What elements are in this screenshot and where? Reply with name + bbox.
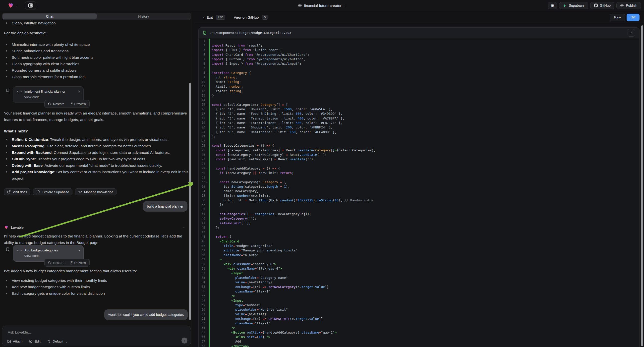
list-item: Clean, intuitive navigation [4, 20, 189, 26]
attach-button[interactable]: Attach [7, 340, 22, 343]
diff-toggle-button[interactable]: Diff [626, 14, 640, 21]
assistant-intro-paragraph: I'll help you add budget categories to t… [4, 233, 189, 246]
send-button[interactable]: ↑ [182, 338, 188, 344]
code-line: 18 { id: '3', name: 'Transportation', li… [199, 116, 639, 120]
chat-composer[interactable]: Ask Lovable... Attach Edit [2, 326, 191, 346]
restore-preview-bar: Restore Preview [44, 259, 90, 266]
chevron-left-icon: ‹ [203, 15, 204, 20]
file-diff-card: src/components/budget/BudgetCategories.t… [198, 28, 640, 347]
visit-docs-button[interactable]: Visit docs [4, 188, 30, 196]
code-line: 37 }; [199, 202, 639, 207]
collapse-file-button[interactable]: ^ [628, 29, 635, 36]
lovable-logo-heart-icon[interactable] [8, 2, 14, 8]
chat-panel: Chat History Clean, intuitive navigation… [0, 11, 193, 347]
raw-toggle-button[interactable]: Raw [610, 14, 625, 21]
github-button[interactable]: GitHub [590, 2, 615, 9]
code-line: 60 placeholder="Monthly limit" [199, 308, 639, 312]
code-line: 29⌄ const handleAddCategory = () => { [199, 166, 639, 170]
list-item: Glass-morphic elements for a premium fee… [4, 74, 189, 80]
code-line: 4import ChartCard from '@/components/ui/… [199, 52, 639, 57]
top-bar: ⌄ financial-future-creator ⌄ [0, 0, 644, 11]
file-path-bar[interactable]: src/components/budget/BudgetCategories.t… [199, 28, 639, 38]
code-line: 31 [199, 175, 639, 180]
graduation-cap-icon [78, 190, 82, 194]
edit-mode-button[interactable]: Edit [29, 340, 40, 343]
settings-button[interactable]: ⚙ [548, 2, 557, 9]
code-line: 25 const [categories, setCategories] = R… [199, 148, 639, 152]
code-line: 5import { Button } from '@/components/ui… [199, 57, 639, 61]
supabase-bolt-icon [563, 4, 566, 8]
code-line: 7 [199, 66, 639, 70]
publish-button[interactable]: Publish [616, 2, 641, 9]
code-line: 33 id: String(categories.length + 1), [199, 184, 639, 189]
project-switcher[interactable]: financial-future-creator ⌄ [298, 0, 346, 11]
toggle-sidebar-button[interactable] [25, 2, 36, 10]
file-added-icon [203, 31, 206, 35]
user-message-bubble: would be cool if you could add budget ca… [104, 310, 188, 320]
view-code-link[interactable]: View code [24, 254, 80, 258]
code-line: 27 const [newLimit, setNewLimit] = React… [199, 157, 639, 162]
code-icon: < > [17, 90, 22, 93]
message-options-icon[interactable]: ··· [182, 226, 186, 230]
assistant-added-paragraph: I've added a new budget categories manag… [4, 268, 189, 274]
explore-supabase-button[interactable]: Explore Supabase [33, 188, 72, 196]
chevron-right-icon: › [79, 89, 80, 94]
restore-preview-bar: Restore Preview [44, 100, 90, 108]
version-card-title: Implement financial planner [24, 90, 66, 93]
code-line: 67 Add [199, 339, 639, 344]
list-item: Soft, neutral color palette with light b… [4, 54, 189, 61]
tab-history[interactable]: History [96, 14, 191, 20]
code-line: 64 /> [199, 326, 639, 330]
code-line: 52 <Input [199, 271, 639, 275]
chat-input[interactable]: Ask Lovable... [8, 330, 31, 334]
chat-scrollbar[interactable] [189, 83, 191, 320]
code-line: 15⌄const defaultCategories: Category[] =… [199, 102, 639, 107]
tab-chat[interactable]: Chat [2, 14, 97, 20]
code-line: 61 value={newLimit} [199, 312, 639, 316]
code-view-toolbar: ‹ Exit ESC View on GitHub G Raw Diff [194, 11, 644, 24]
manage-knowledge-button[interactable]: Manage knowledge [75, 188, 116, 196]
code-line: 21 { id: '6', name: 'Healthcare', limit:… [199, 130, 639, 134]
file-path: src/components/budget/BudgetCategories.t… [209, 31, 291, 34]
view-code-link[interactable]: View code [24, 95, 80, 99]
user-message-bubble: build a financial planner [143, 201, 188, 212]
code-line: 3import { Plus } from 'lucide-react'; [199, 48, 639, 52]
code-line: 1 [199, 38, 639, 43]
code-line: 68 </Button> [199, 344, 639, 347]
code-line: 57 /> [199, 294, 639, 298]
list-item: GitHub Sync: Transfer your project's cod… [4, 156, 189, 162]
code-editor[interactable]: 1 2import React from 'react';3import { P… [199, 38, 639, 347]
preview-button[interactable]: Preview [70, 102, 86, 106]
code-line: 51 <div className="flex gap-4"> [199, 266, 639, 271]
assistant-message-header: Lovable ··· [4, 225, 189, 230]
code-line: 30 if (!newCategory || !newLimit) return… [199, 171, 639, 175]
code-line: 62 onChange={(e) => setNewLimit(e.target… [199, 316, 639, 321]
model-selector[interactable]: Default ⌄ [47, 340, 68, 343]
code-line: 47 subtitle="Manage your spending limits… [199, 248, 639, 253]
bookmark-icon[interactable] [6, 247, 10, 252]
lovable-heart-icon [4, 225, 8, 230]
esc-kbd-badge: ESC [216, 15, 225, 20]
code-line: 24⌄const BudgetCategories = () => { [199, 144, 639, 148]
arrow-up-icon: ↑ [184, 339, 186, 342]
code-line: 14 [199, 98, 639, 102]
caret-up-icon: ^ [630, 31, 632, 34]
code-line: 6import { Input } from '@/components/ui/… [199, 61, 639, 66]
code-line: 56 className="flex-1" [199, 289, 639, 294]
preview-button[interactable]: Preview [70, 261, 86, 264]
code-scrollbar[interactable] [641, 26, 643, 346]
code-line: 11 limit: number; [199, 84, 639, 88]
code-line: 39 setCategories([...categories, newCate… [199, 212, 639, 216]
view-on-github-link[interactable]: View on GitHub [234, 16, 259, 20]
supabase-button[interactable]: Supabase [559, 2, 588, 9]
exit-button[interactable]: Exit [207, 16, 213, 20]
restore-button[interactable]: Restore [48, 261, 64, 264]
code-line: 22]; [199, 134, 639, 139]
restore-button[interactable]: Restore [48, 102, 64, 106]
code-line: 17 { id: '2', name: 'Food & Dining', lim… [199, 112, 639, 116]
scrollbar-thumb[interactable] [641, 26, 643, 346]
code-panel: ‹ Exit ESC View on GitHub G Raw Diff src… [194, 11, 644, 347]
logo-menu-chevron-down-icon[interactable]: ⌄ [16, 4, 18, 7]
bookmark-icon[interactable] [6, 88, 10, 92]
code-line: 59 type="number" [199, 303, 639, 307]
